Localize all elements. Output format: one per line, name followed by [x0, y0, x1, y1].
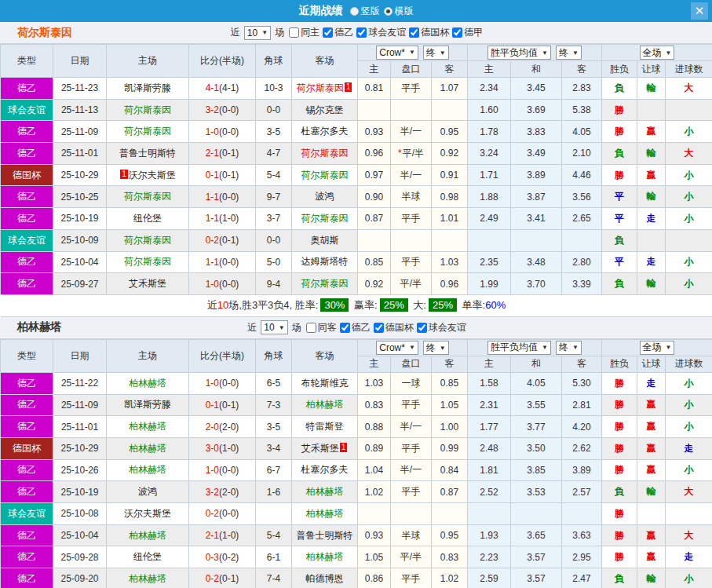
score-cell: 1-0(0-0): [189, 372, 256, 394]
match-row: 德乙25-10-19纽伦堡1-1(1-0)3-7荷尔斯泰因0.87平手1.012…: [1, 208, 712, 230]
filter-bar: 荷尔斯泰因近10▼场同主德乙球会友谊德国杯德甲: [0, 22, 712, 44]
handicap-result-cell: 走: [637, 372, 666, 394]
avg-odds-select[interactable]: 胜平负均值▼: [487, 341, 551, 355]
away-team-cell: 荷尔斯泰因: [292, 208, 358, 230]
score-cell: 0-2(0-1): [189, 229, 256, 251]
match-count-select[interactable]: 10▼: [261, 320, 287, 334]
filter-checkbox-球会友谊[interactable]: 球会友谊: [356, 26, 406, 39]
wdl-result-cell: 勝: [602, 99, 637, 121]
goals-result-cell: 小: [666, 568, 712, 588]
changed-line-marker: *: [398, 148, 402, 159]
handicap-home-odds-cell: 0.90: [358, 186, 391, 208]
handicap-away-odds-cell: 0.95: [432, 121, 468, 143]
wdl-result-cell: 勝: [602, 164, 637, 186]
euro-away-odds-cell: 2.65: [562, 208, 602, 230]
scope-select[interactable]: 全场▼: [640, 46, 675, 60]
handicap-away-odds-cell: 0.92: [432, 143, 468, 165]
filter-checkbox-德甲[interactable]: 德甲: [452, 26, 483, 39]
final-odds-select[interactable]: 终▼: [423, 46, 449, 60]
filter-checkbox-同客[interactable]: 同客: [306, 321, 337, 334]
away-team-cell: 锡尔克堡: [292, 99, 358, 121]
bookmaker-select[interactable]: Crow*▼: [376, 341, 418, 355]
filter-checkbox-德乙[interactable]: 德乙: [323, 26, 353, 39]
euro-home-odds-cell: 1.60: [468, 99, 511, 121]
goals-result-cell: 走: [666, 546, 712, 568]
avg-odds-select[interactable]: 胜平负均值▼: [487, 46, 551, 60]
halftime-score: (0-0): [219, 104, 239, 115]
fulltime-score: 1-1: [206, 213, 219, 224]
radio-icon: [384, 7, 393, 16]
filter-checkbox-德国杯[interactable]: 德国杯: [409, 26, 449, 39]
final-odds-select-2[interactable]: 终▼: [556, 46, 582, 60]
handicap-home-odds-cell: 0.89: [358, 437, 391, 459]
handicap-odds-group: Crow*▼终▼: [358, 45, 468, 61]
euro-odds-group: 胜平负均值▼终▼: [468, 45, 602, 61]
fulltime-score: 0-1: [206, 400, 219, 411]
away-team-cell: 荷尔斯泰因: [292, 143, 358, 165]
handicap-home-odds-cell: 0.88: [358, 416, 391, 438]
over-rate-label: 大:: [411, 299, 426, 311]
result-value: 贏: [647, 421, 656, 432]
summary-cell: 近10场,胜3平3负4, 胜率:30% 赢率:25% 大:25% 单率:60%: [1, 294, 712, 316]
handicap-away-odds-cell: 0.91: [432, 164, 468, 186]
corner-cell: 9-7: [256, 186, 292, 208]
home-team-name: 柏林赫塔: [129, 464, 166, 475]
checkbox-input[interactable]: [306, 323, 316, 333]
layout-radio-1[interactable]: 横版: [384, 5, 414, 18]
match-row: 球会友谊25-10-09荷尔斯泰因0-2(0-1)0-0奥胡斯負: [1, 229, 712, 251]
euro-draw-odds-cell: 3.69: [511, 99, 562, 121]
chevron-down-icon: ▼: [666, 344, 672, 351]
scope-select[interactable]: 全场▼: [640, 341, 675, 355]
home-team-cell: 柏林赫塔: [107, 568, 189, 588]
checkbox-label: 德乙: [352, 321, 371, 334]
euro-draw-odds-cell: 3.89: [511, 164, 562, 186]
checkbox-input[interactable]: [417, 323, 427, 333]
date-cell: 25-10-29: [53, 437, 107, 459]
final-odds-select[interactable]: 终▼: [423, 341, 449, 355]
result-value: 勝: [615, 530, 624, 541]
checkbox-input[interactable]: [374, 323, 384, 333]
checkbox-input[interactable]: [356, 27, 367, 38]
layout-radio-0[interactable]: 竖版: [350, 5, 380, 18]
result-value: 走: [685, 443, 694, 454]
result-value: 贏: [647, 170, 656, 181]
filter-checkbox-德乙[interactable]: 德乙: [340, 321, 371, 334]
euro-home-odds-cell: 1.71: [468, 164, 511, 186]
result-value: 贏: [647, 464, 656, 475]
score-cell: 0-1(0-1): [189, 164, 256, 186]
checkbox-input[interactable]: [452, 27, 462, 38]
final-odds-select-2[interactable]: 终▼: [556, 341, 582, 355]
halftime-score: (0-0): [219, 192, 239, 203]
wdl-result-cell: 負: [602, 273, 637, 295]
goals-result-cell: 大: [666, 524, 712, 546]
checkbox-input[interactable]: [409, 27, 419, 38]
summary-count: 10: [217, 299, 228, 311]
near-label: 近: [231, 26, 240, 39]
filter-controls: 近10▼场同主德乙球会友谊德国杯德甲: [229, 26, 483, 40]
checkbox-input[interactable]: [340, 323, 350, 333]
away-team-name: 特雷斯登: [306, 421, 344, 432]
euro-away-odds-cell: 2.81: [562, 394, 602, 416]
away-team-name: 荷尔斯泰因: [297, 82, 344, 93]
corner-cell: [256, 503, 292, 525]
date-cell: 25-09-20: [53, 568, 107, 588]
result-value: 平: [615, 191, 624, 202]
match-count-select[interactable]: 10▼: [244, 26, 271, 40]
filter-checkbox-球会友谊[interactable]: 球会友谊: [417, 321, 466, 334]
competition-type-cell: 德乙: [1, 546, 53, 568]
filter-checkbox-德国杯[interactable]: 德国杯: [374, 321, 414, 334]
checkbox-input[interactable]: [289, 27, 299, 38]
home-team-cell: 1沃尔夫斯堡: [107, 164, 189, 186]
filter-checkbox-同主[interactable]: 同主: [289, 26, 319, 39]
checkbox-label: 同客: [318, 321, 337, 334]
wdl-result-cell: 勝: [602, 503, 637, 525]
handicap-line: 半/一: [400, 421, 422, 432]
filter-controls: 近10▼场同客德乙德国杯球会友谊: [246, 320, 466, 334]
corner-cell: 1-6: [256, 481, 292, 503]
checkbox-input[interactable]: [323, 27, 333, 38]
result-value: 走: [647, 213, 656, 224]
win-rate-chip: 30%: [320, 298, 349, 312]
close-button[interactable]: ✕: [691, 2, 708, 20]
bookmaker-select[interactable]: Crow*▼: [376, 46, 418, 60]
results-table: 类型日期主场比分(半场)角球客场Crow*▼终▼胜平负均值▼终▼全场▼主盘口客主…: [0, 339, 712, 588]
